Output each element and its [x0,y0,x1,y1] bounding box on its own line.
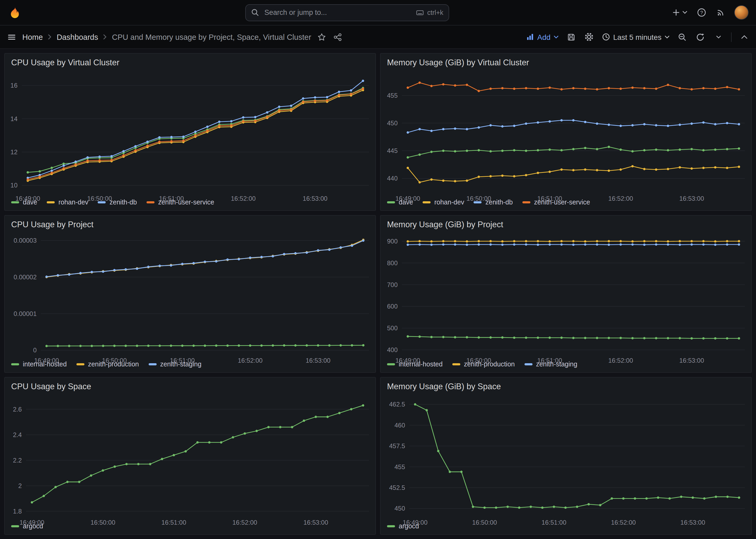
svg-text:1.8: 1.8 [13,508,22,515]
legend-item[interactable]: zenith-user-service [522,198,590,206]
chevron-right-icon [103,34,107,40]
timeseries-chart[interactable]: 40050060070080090016:49:0016:50:0016:51:… [381,230,751,359]
legend-item[interactable]: internal-hosted [11,360,67,368]
legend-item[interactable]: zenith-staging [148,360,201,368]
clock-icon [602,33,610,41]
help-button[interactable]: ? [696,5,707,20]
legend-swatch [11,363,19,365]
panel-memory-by-project: Memory Usage (GiB) by Project 4005006007… [380,215,752,373]
legend-label: internal-hosted [23,360,67,368]
legend-item[interactable]: argocd [387,522,419,530]
legend-item[interactable]: rohan-dev [47,198,88,206]
legend-swatch [148,363,156,365]
svg-text:900: 900 [387,238,398,245]
star-icon [317,33,326,41]
share-button[interactable] [332,30,343,44]
dashboard-toolbar: Home Dashboards CPU and Memory usage by … [0,26,756,49]
legend-label: zenith-staging [160,360,201,368]
keyboard-shortcut: ctrl+k [416,9,443,16]
svg-text:440: 440 [387,175,398,182]
search-input[interactable] [263,8,411,17]
breadcrumb-dashboards[interactable]: Dashboards [56,33,98,41]
chart-legend: argocd [381,521,751,534]
panel-cpu-by-virtual-cluster: CPU Usage by Virtual Cluster 1012141616:… [4,53,376,211]
svg-text:0.00002: 0.00002 [14,273,36,281]
chart-legend: internal-hostedzenith-productionzenith-s… [5,359,375,372]
chevron-up-icon [741,33,748,40]
timeseries-chart[interactable]: 44044545045516:49:0016:50:0016:51:0016:5… [381,68,751,197]
legend-item[interactable]: zenith-production [452,360,515,368]
panel-title[interactable]: Memory Usage (GiB) by Space [381,378,751,392]
timeseries-chart[interactable]: 1012141616:49:0016:50:0016:51:0016:52:00… [5,68,375,197]
svg-text:452.5: 452.5 [389,484,405,491]
chart-legend: daverohan-devzenith-dbzenith-user-servic… [381,197,751,210]
svg-text:2.4: 2.4 [13,431,22,438]
svg-text:2.6: 2.6 [13,406,22,413]
svg-text:457.5: 457.5 [389,442,405,449]
news-button[interactable] [715,5,726,20]
legend-item[interactable]: dave [11,198,37,206]
panel-title[interactable]: CPU Usage by Virtual Cluster [5,54,375,68]
star-button[interactable] [316,30,327,44]
legend-label: dave [23,198,37,206]
user-avatar[interactable] [734,5,749,20]
timeseries-chart[interactable]: 00.000010.000020.0000316:49:0016:50:0016… [5,230,375,359]
legend-item[interactable]: argocd [11,522,43,530]
legend-swatch [474,201,482,203]
legend-item[interactable]: zenith-user-service [147,198,214,206]
timeseries-chart[interactable]: 1.822.22.42.616:49:0016:50:0016:51:0016:… [5,392,375,521]
rss-icon [716,8,725,17]
svg-text:?: ? [700,10,703,15]
collapse-toolbar-button[interactable] [739,30,750,44]
legend-item[interactable]: rohan-dev [423,198,464,206]
legend-label: rohan-dev [434,198,464,206]
svg-text:462.5: 462.5 [389,401,405,408]
menu-toggle-button[interactable] [6,30,17,44]
chart-legend: argocd [5,521,375,534]
legend-swatch [76,363,84,365]
legend-item[interactable]: internal-hosted [387,360,443,368]
chart-legend: daverohan-devzenith-dbzenith-user-servic… [5,197,375,210]
time-range-picker[interactable]: Last 5 minutes [602,33,669,41]
new-menu-button[interactable] [672,5,688,20]
legend-swatch [11,525,19,527]
legend-item[interactable]: zenith-db [474,198,513,206]
timeseries-chart[interactable]: 450452.5455457.5460462.516:49:0016:50:00… [381,392,751,521]
refresh-interval-button[interactable] [713,30,723,44]
toolbar-divider [731,32,731,42]
save-dashboard-button[interactable] [566,30,577,44]
add-panel-button[interactable]: Add [526,33,559,41]
panel-memory-by-space: Memory Usage (GiB) by Space 450452.54554… [380,377,752,535]
legend-swatch [387,363,395,365]
svg-text:460: 460 [394,422,405,429]
panel-title[interactable]: Memory Usage (GiB) by Virtual Cluster [381,54,751,68]
grafana-logo[interactable] [7,5,22,20]
panel-title[interactable]: CPU Usage by Space [5,378,375,392]
dashboard-settings-button[interactable] [584,30,594,44]
legend-item[interactable]: zenith-staging [524,360,577,368]
legend-label: zenith-user-service [158,198,214,206]
svg-text:0: 0 [33,346,36,354]
chart-legend: internal-hostedzenith-productionzenith-s… [381,359,751,372]
svg-text:14: 14 [10,115,18,122]
refresh-button[interactable] [695,30,706,44]
breadcrumb: Home Dashboards CPU and Memory usage by … [22,33,311,41]
legend-item[interactable]: dave [387,198,413,206]
svg-text:400: 400 [387,346,398,353]
zoom-out-button[interactable] [677,30,688,44]
legend-item[interactable]: zenith-production [76,360,139,368]
search-bar[interactable]: ctrl+k [245,4,449,21]
top-navbar: ctrl+k ? [0,0,756,26]
legend-item[interactable]: zenith-db [98,198,137,206]
panel-title[interactable]: Memory Usage (GiB) by Project [381,216,751,230]
legend-label: zenith-staging [536,360,577,368]
panel-cpu-by-project: CPU Usage by Project 00.000010.000020.00… [4,215,376,373]
legend-label: zenith-user-service [534,198,590,206]
share-icon [333,33,342,41]
svg-text:700: 700 [387,281,398,288]
refresh-icon [696,33,705,41]
breadcrumb-home[interactable]: Home [22,33,43,41]
gear-icon [585,33,594,41]
chevron-down-icon [716,35,721,38]
panel-title[interactable]: CPU Usage by Project [5,216,375,230]
